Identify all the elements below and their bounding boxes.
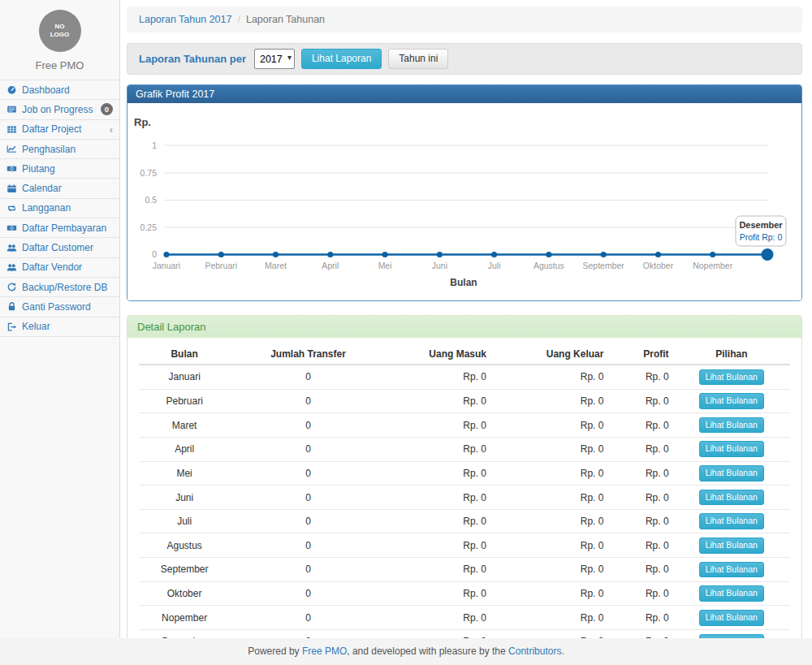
lihat-bulanan-button[interactable]: Lihat Bulanan: [699, 441, 764, 457]
breadcrumb-link[interactable]: Laporan Tahun 2017: [139, 14, 231, 25]
cell-profit: Rp. 0: [607, 437, 672, 461]
table-row: September 0 Rp. 0 Rp. 0 Rp. 0 Lihat Bula…: [139, 558, 790, 582]
table-row: Juni 0 Rp. 0 Rp. 0 Rp. 0 Lihat Bulanan: [139, 486, 790, 510]
cell-jumlah-transfer: 0: [230, 581, 386, 606]
table-row: Januari 0 Rp. 0 Rp. 0 Rp. 0 Lihat Bulana…: [139, 365, 790, 389]
cell-uang-keluar: Rp. 0: [490, 413, 607, 438]
cell-bulan: Nopember: [139, 606, 230, 630]
lihat-bulanan-button[interactable]: Lihat Bulanan: [699, 610, 764, 626]
x-tick: Agustus: [533, 261, 564, 270]
lihat-bulanan-button[interactable]: Lihat Bulanan: [699, 393, 764, 409]
cell-bulan: Mei: [139, 461, 230, 486]
sidebar-item-daftar-vendor[interactable]: Daftar Vendor: [0, 258, 119, 278]
refresh-icon: [6, 282, 17, 292]
year-select[interactable]: 2017: [254, 49, 295, 69]
cell-bulan: Maret: [139, 413, 230, 438]
x-tick: Nopember: [693, 261, 733, 270]
sidebar-item-daftar-project[interactable]: Daftar Project ‹: [0, 120, 119, 140]
cell-jumlah-transfer: 0: [230, 606, 386, 630]
sidebar-item-daftar-pembayaran[interactable]: Daftar Pembayaran: [0, 218, 119, 238]
cell-uang-keluar: Rp. 0: [490, 606, 607, 630]
column-header-uang-keluar: Uang Keluar: [490, 344, 607, 365]
logo-block: NO LOGO Free PMO: [0, 0, 119, 80]
logo-text: NO LOGO: [48, 23, 72, 39]
cell-uang-keluar: Rp. 0: [490, 437, 607, 461]
sidebar-item-label: Job on Progress: [22, 104, 93, 115]
sidebar-item-job-on-progress[interactable]: Job on Progress 0: [0, 100, 119, 119]
cell-uang-masuk: Rp. 0: [387, 581, 490, 606]
lihat-bulanan-button[interactable]: Lihat Bulanan: [699, 465, 764, 481]
lihat-bulanan-button[interactable]: Lihat Bulanan: [699, 490, 764, 506]
cell-jumlah-transfer: 0: [230, 413, 386, 438]
app-logo: NO LOGO: [39, 10, 81, 52]
table-row: Maret 0 Rp. 0 Rp. 0 Rp. 0 Lihat Bulanan: [139, 413, 790, 438]
profit-line-chart: Rp. 1 0.75 0.5 0.25 0: [127, 103, 800, 298]
sidebar-item-dashboard[interactable]: Dashboard: [0, 80, 119, 100]
column-header-pilihan: Pilihan: [673, 344, 790, 365]
sidebar-item-calendar[interactable]: Calendar: [0, 179, 119, 198]
sidebar-item-label: Backup/Restore DB: [22, 282, 107, 293]
sign-out-icon: [6, 322, 17, 332]
sidebar-item-label: Keluar: [22, 321, 50, 332]
detail-panel-title: Detail Laporan: [127, 316, 801, 338]
footer-link-contributors[interactable]: Contributors: [508, 646, 561, 657]
cell-profit: Rp. 0: [607, 533, 672, 558]
lihat-bulanan-button[interactable]: Lihat Bulanan: [699, 417, 764, 434]
lihat-bulanan-button[interactable]: Lihat Bulanan: [699, 513, 764, 529]
lock-icon: [6, 301, 17, 312]
sidebar-menu: Dashboard Job on Progress 0 Daftar Proje…: [0, 80, 119, 337]
lihat-bulanan-button[interactable]: Lihat Bulanan: [699, 562, 764, 578]
retweet-icon: [6, 203, 17, 214]
cell-uang-keluar: Rp. 0: [490, 486, 607, 510]
sidebar-item-keluar[interactable]: Keluar: [0, 317, 119, 337]
cell-profit: Rp. 0: [607, 413, 672, 438]
sidebar: NO LOGO Free PMO Dashboard Job on Progre…: [0, 0, 120, 638]
sidebar-item-penghasilan[interactable]: Penghasilan: [0, 140, 119, 159]
cell-uang-masuk: Rp. 0: [387, 606, 490, 630]
sidebar-item-label: Penghasilan: [22, 144, 76, 155]
cell-uang-masuk: Rp. 0: [387, 533, 490, 558]
cell-jumlah-transfer: 0: [230, 437, 386, 461]
cell-profit: Rp. 0: [607, 389, 672, 413]
cell-jumlah-transfer: 0: [230, 486, 386, 510]
users-icon: [6, 262, 17, 273]
year-select-wrap: 2017: [254, 49, 295, 69]
lihat-bulanan-button[interactable]: Lihat Bulanan: [699, 585, 764, 602]
footer-link-free-pmo[interactable]: Free PMO: [302, 646, 347, 657]
sidebar-item-langganan[interactable]: Langganan: [0, 199, 119, 218]
x-tick: September: [583, 261, 625, 270]
table-row: Mei 0 Rp. 0 Rp. 0 Rp. 0 Lihat Bulanan: [139, 461, 790, 486]
tooltip-title: Desember: [739, 220, 783, 230]
newspaper-icon: [6, 104, 17, 114]
cell-profit: Rp. 0: [607, 606, 672, 630]
breadcrumb-current: Laporan Tahunan: [246, 14, 325, 25]
cell-bulan: April: [139, 437, 230, 461]
tahun-ini-button[interactable]: Tahun ini: [388, 49, 448, 70]
sidebar-item-ganti-password[interactable]: Ganti Password: [0, 297, 119, 317]
lihat-bulanan-button[interactable]: Lihat Bulanan: [699, 538, 764, 554]
cell-uang-keluar: Rp. 0: [490, 533, 607, 558]
cell-bulan: September: [139, 558, 230, 582]
dashboard-icon: [6, 84, 17, 95]
sidebar-item-daftar-customer[interactable]: Daftar Customer: [0, 238, 119, 257]
money-icon: [6, 163, 17, 174]
sidebar-item-label: Langganan: [22, 202, 71, 214]
cell-uang-masuk: Rp. 0: [387, 509, 490, 533]
lihat-bulanan-button[interactable]: Lihat Bulanan: [699, 369, 764, 386]
cell-uang-masuk: Rp. 0: [387, 558, 490, 582]
cell-jumlah-transfer: 0: [230, 365, 386, 389]
highlighted-point-desember: [762, 248, 774, 261]
report-table: Bulan Jumlah Transfer Uang Masuk Uang Ke…: [139, 344, 790, 665]
cell-uang-keluar: Rp. 0: [490, 509, 607, 533]
lihat-laporan-button[interactable]: Lihat Laporan: [301, 49, 382, 70]
sidebar-item-backup-restore-db[interactable]: Backup/Restore DB: [0, 278, 119, 297]
chevron-left-icon: ‹: [110, 124, 113, 135]
x-axis-title: Bulan: [450, 277, 477, 288]
x-tick: Pebruari: [205, 261, 237, 270]
footer-text: , and developed with pleasure by the: [347, 646, 508, 657]
y-tick: 0.75: [140, 168, 158, 178]
sidebar-item-piutang[interactable]: Piutang: [0, 159, 119, 179]
x-tick: Juli: [488, 261, 501, 270]
cell-bulan: Oktober: [139, 581, 230, 606]
cell-uang-masuk: Rp. 0: [387, 486, 490, 510]
